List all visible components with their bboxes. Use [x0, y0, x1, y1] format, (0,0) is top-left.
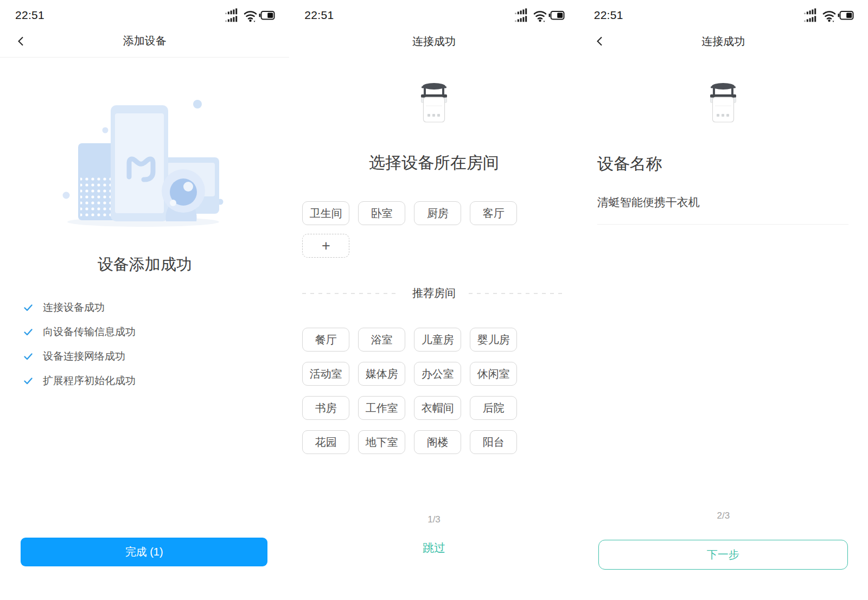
room-chip[interactable]: 办公室 — [414, 362, 461, 386]
recommended-label: 推荐房间 — [412, 286, 456, 301]
room-chip[interactable]: 餐厅 — [302, 328, 349, 352]
battery-icon — [259, 11, 275, 20]
navbar: 连接成功 — [579, 25, 868, 58]
check-icon — [23, 302, 34, 313]
checklist-item-label: 向设备传输信息成功 — [43, 325, 136, 339]
screen-select-room: 22:51 — [289, 0, 578, 600]
room-chip[interactable]: 阳台 — [470, 430, 517, 454]
checklist-item-label: 设备连接网络成功 — [43, 349, 125, 363]
room-chip[interactable]: 活动室 — [302, 362, 349, 386]
room-chip[interactable]: 后院 — [470, 396, 517, 420]
status-time: 22:51 — [594, 9, 623, 22]
plus-icon: + — [322, 238, 330, 254]
device-name-input[interactable]: 清蜓智能便携干衣机 — [579, 195, 868, 210]
room-chip[interactable]: 卫生间 — [302, 201, 349, 225]
status-time: 22:51 — [304, 9, 334, 22]
add-room-row: + — [289, 234, 578, 258]
chevron-left-icon — [595, 36, 605, 47]
status-time: 22:51 — [15, 9, 44, 22]
navbar: 连接成功 — [289, 25, 578, 58]
battery-icon — [838, 11, 853, 20]
page-title: 连接成功 — [412, 34, 456, 49]
checklist-item: 向设备传输信息成功 — [0, 325, 289, 339]
status-bar: 22:51 — [579, 0, 868, 25]
check-icon — [23, 351, 34, 362]
result-title: 设备添加成功 — [0, 254, 289, 276]
room-chip[interactable]: 阁楼 — [414, 430, 461, 454]
checklist-item-label: 连接设备成功 — [43, 301, 105, 315]
checklist-item: 设备连接网络成功 — [0, 349, 289, 363]
back-button[interactable] — [13, 33, 29, 49]
room-options: 卫生间卧室厨房客厅 — [289, 201, 578, 225]
next-step-button[interactable]: 下一步 — [598, 540, 848, 570]
room-chip[interactable]: 客厅 — [470, 201, 517, 225]
room-chip[interactable]: 地下室 — [358, 430, 405, 454]
room-chip[interactable]: 儿童房 — [414, 328, 461, 352]
device-name-title: 设备名称 — [579, 153, 868, 175]
status-icons — [804, 8, 854, 23]
device-icon — [418, 81, 450, 126]
signal-icon — [515, 9, 527, 22]
mi-home-illustration — [61, 93, 229, 229]
screen-device-name: 22:51 — [579, 0, 868, 600]
status-icons — [515, 8, 565, 23]
screen-add-device: 22:51 — [0, 0, 289, 600]
battery-icon — [548, 11, 564, 20]
navbar: 添加设备 — [0, 25, 289, 58]
room-chip[interactable]: 花园 — [302, 430, 349, 454]
wifi-icon — [245, 12, 256, 23]
recommended-room-grid: 餐厅浴室儿童房婴儿房活动室媒体房办公室休闲室书房工作室衣帽间后院花园地下室阁楼阳… — [289, 328, 578, 454]
recommended-divider: 推荐房间 — [289, 286, 578, 301]
room-chip[interactable]: 工作室 — [358, 396, 405, 420]
room-chip[interactable]: 婴儿房 — [470, 328, 517, 352]
signal-icon — [225, 9, 237, 22]
check-icon — [23, 327, 34, 337]
checklist-item: 扩展程序初始化成功 — [0, 374, 289, 388]
back-button[interactable] — [592, 33, 608, 49]
status-icons — [225, 8, 275, 23]
chevron-left-icon — [16, 36, 27, 47]
signal-icon — [804, 9, 816, 22]
page-title: 连接成功 — [701, 34, 745, 49]
room-chip[interactable]: 衣帽间 — [414, 396, 461, 420]
checklist-item-label: 扩展程序初始化成功 — [43, 374, 136, 388]
add-room-button[interactable]: + — [302, 234, 349, 258]
skip-link[interactable]: 跳过 — [289, 540, 578, 556]
room-chip[interactable]: 书房 — [302, 396, 349, 420]
step-indicator: 2/3 — [579, 510, 868, 521]
wifi-icon — [824, 12, 835, 23]
room-chip[interactable]: 浴室 — [358, 328, 405, 352]
room-chip[interactable]: 厨房 — [414, 201, 461, 225]
check-icon — [23, 375, 34, 386]
status-bar: 22:51 — [0, 0, 289, 25]
checklist-item: 连接设备成功 — [0, 301, 289, 315]
status-bar: 22:51 — [289, 0, 578, 25]
step-indicator: 1/3 — [289, 514, 578, 525]
dashed-line-left — [302, 293, 399, 294]
setup-checklist: 连接设备成功 向设备传输信息成功 设备连接网络成功 扩展程序初始化成功 — [0, 301, 289, 398]
page-title: 添加设备 — [123, 34, 167, 48]
select-room-title: 选择设备所在房间 — [289, 152, 578, 174]
device-icon — [707, 81, 739, 126]
dashed-line-right — [469, 293, 566, 294]
wifi-icon — [534, 12, 546, 23]
room-chip[interactable]: 媒体房 — [358, 362, 405, 386]
done-button[interactable]: 完成 (1) — [21, 538, 267, 566]
room-chip[interactable]: 休闲室 — [470, 362, 517, 386]
room-chip[interactable]: 卧室 — [358, 201, 405, 225]
